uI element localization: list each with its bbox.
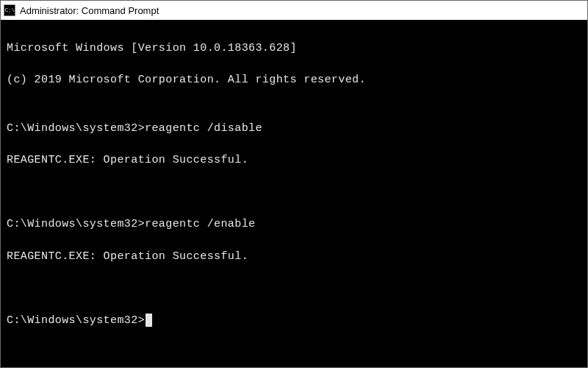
prompt: C:\Windows\system32> — [7, 314, 145, 327]
command-1: reagentc /disable — [145, 122, 262, 135]
cursor — [146, 314, 152, 327]
cmd-icon: C:\ — [4, 4, 15, 16]
terminal[interactable]: Microsoft Windows [Version 10.0.18363.62… — [1, 20, 587, 367]
command-line-1: C:\Windows\system32>reagentc /disable — [7, 121, 581, 137]
prompt: C:\Windows\system32> — [7, 122, 145, 135]
current-prompt-line[interactable]: C:\Windows\system32> — [7, 313, 581, 329]
window-title: Administrator: Command Prompt — [20, 5, 159, 16]
banner-version: Microsoft Windows [Version 10.0.18363.62… — [7, 40, 581, 57]
banner-copyright: (c) 2019 Microsoft Corporation. All righ… — [7, 72, 581, 88]
command-line-2: C:\Windows\system32>reagentc /enable — [7, 216, 581, 233]
titlebar[interactable]: C:\ Administrator: Command Prompt — [1, 1, 587, 20]
output-1: REAGENTC.EXE: Operation Successful. — [7, 152, 581, 169]
command-2: reagentc /enable — [145, 218, 255, 230]
output-2: REAGENTC.EXE: Operation Successful. — [7, 249, 581, 265]
cmd-window: C:\ Administrator: Command Prompt Micros… — [0, 0, 588, 368]
prompt: C:\Windows\system32> — [7, 218, 145, 230]
